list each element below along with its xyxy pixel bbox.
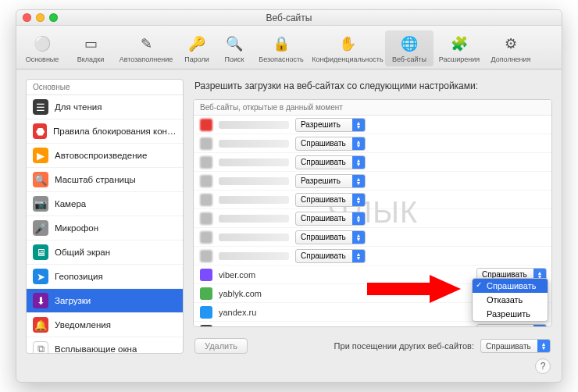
tab-autofill[interactable]: ✎ Автозаполнение — [115, 30, 177, 66]
tab-label: Веб-сайты — [392, 55, 426, 63]
sidebar-item-label: Загрузки — [55, 296, 91, 305]
sidebar-item-0[interactable]: ☰Для чтения — [27, 95, 183, 119]
tab-label: Пароли — [184, 55, 209, 63]
sidebar-item-9[interactable]: 🔔Уведомления — [27, 313, 183, 337]
table-row[interactable]: Спрашивать▲▼ — [194, 191, 551, 209]
site-favicon — [200, 119, 212, 131]
autofill-icon: ✎ — [136, 34, 156, 54]
permission-select[interactable]: Разрешить▲▼ — [295, 174, 366, 188]
tab-extensions[interactable]: 🧩 Расширения — [434, 30, 485, 66]
tab-label: Расширения — [439, 55, 480, 63]
tab-privacy[interactable]: ✋ Конфиденциальность — [310, 30, 385, 66]
sidebar-header: Основные — [27, 80, 183, 95]
sidebar-item-label: Общий экран — [55, 248, 110, 257]
tabs-icon: ▭ — [80, 34, 101, 54]
main-panel: Разрешить загрузки на веб-сайтах со след… — [193, 79, 552, 354]
sidebar-item-icon: ⬣ — [33, 123, 47, 139]
permission-select[interactable]: Спрашивать▲▼ — [295, 249, 366, 263]
site-domain: yandex.ru — [219, 308, 470, 317]
general-icon: ⚪ — [32, 34, 52, 54]
tab-label: Автозаполнение — [120, 55, 173, 63]
site-favicon — [200, 269, 212, 281]
tab-label: Вкладки — [77, 55, 105, 63]
tab-security[interactable]: 🔒 Безопасность — [252, 30, 310, 66]
permission-select[interactable]: Спрашивать▲▼ — [295, 193, 366, 207]
sidebar-item-label: Для чтения — [55, 102, 102, 112]
chevron-up-down-icon: ▲▼ — [352, 250, 365, 262]
permission-dropdown-menu[interactable]: СпрашиватьОтказатьРазрешить — [472, 278, 548, 322]
preferences-window: Веб-сайты ⚪ Основные ▭ Вкладки ✎ Автозап… — [16, 9, 562, 383]
sidebar-item-label: Правила блокирования контента — [53, 127, 177, 136]
tab-advanced[interactable]: ⚙ Дополнения — [485, 30, 537, 66]
permission-select[interactable]: Спрашивать▲▼ — [476, 324, 547, 327]
chevron-up-down-icon: ▲▼ — [533, 325, 546, 327]
sidebar-item-label: Всплывающие окна — [55, 344, 137, 354]
site-domain: viber.com — [219, 270, 470, 280]
sidebar: Основные ☰Для чтения⬣Правила блокировани… — [26, 79, 184, 354]
tab-search[interactable]: 🔍 Поиск — [216, 30, 252, 66]
sidebar-item-icon: 🎤 — [33, 220, 48, 236]
tab-passwords[interactable]: 🔑 Пароли — [177, 30, 216, 66]
menu-item[interactable]: Спрашивать — [473, 279, 548, 293]
tab-label: Конфиденциальность — [312, 55, 383, 63]
table-row[interactable]: Спрашивать▲▼ — [194, 153, 551, 172]
sidebar-item-icon: 🔍 — [33, 172, 48, 187]
tab-websites[interactable]: 🌐 Веб-сайты — [385, 30, 434, 66]
menu-item[interactable]: Разрешить — [473, 307, 548, 321]
site-domain — [219, 233, 289, 241]
table-row[interactable]: Разрешить▲▼ — [194, 172, 551, 191]
default-permission-select[interactable]: Спрашивать ▲▼ — [480, 339, 551, 353]
chevron-up-down-icon: ▲▼ — [352, 212, 365, 225]
table-row[interactable]: Спрашивать▲▼ — [194, 209, 551, 228]
sidebar-item-3[interactable]: 🔍Масштаб страницы — [27, 168, 183, 192]
globe-icon: 🌐 — [399, 34, 419, 54]
sidebar-item-icon: ☰ — [33, 99, 48, 115]
sidebar-item-6[interactable]: 🖥Общий экран — [27, 241, 183, 265]
sidebar-item-label: Автовоспроизведение — [55, 151, 147, 160]
titlebar: Веб-сайты — [16, 10, 562, 26]
menu-item[interactable]: Отказать — [473, 293, 548, 307]
tab-label: Основные — [26, 55, 59, 63]
sidebar-item-label: Геопозиция — [55, 272, 103, 281]
help-button[interactable]: ? — [535, 358, 551, 374]
tab-general[interactable]: ⚪ Основные — [18, 30, 66, 66]
site-favicon — [200, 287, 212, 300]
permission-select[interactable]: Разрешить▲▼ — [295, 118, 366, 132]
delete-button[interactable]: Удалить — [194, 338, 248, 354]
site-favicon — [200, 306, 212, 319]
table-row[interactable]: Спрашивать▲▼ — [194, 247, 551, 265]
table-row[interactable]: Спрашивать▲▼ — [194, 228, 551, 247]
sidebar-item-icon: ⧉ — [33, 341, 48, 354]
tab-label: Безопасность — [259, 55, 303, 63]
site-domain — [219, 252, 289, 260]
permission-select[interactable]: Спрашивать▲▼ — [295, 137, 366, 151]
site-domain: zen.yandex.ru — [219, 326, 470, 327]
table-row[interactable]: Спрашивать▲▼ — [194, 134, 551, 153]
window-title: Веб-сайты — [16, 12, 562, 23]
extensions-icon: 🧩 — [449, 34, 469, 54]
table-row[interactable]: Разрешить▲▼ — [194, 116, 551, 134]
site-favicon — [200, 212, 212, 225]
permission-select[interactable]: Спрашивать▲▼ — [295, 230, 366, 244]
permission-select[interactable]: Спрашивать▲▼ — [295, 155, 366, 169]
list-header: Веб-сайты, открытые в данный момент — [194, 100, 551, 116]
sidebar-item-10[interactable]: ⧉Всплывающие окна — [27, 337, 183, 354]
sidebar-item-2[interactable]: ▶Автовоспроизведение — [27, 144, 183, 168]
websites-list: Веб-сайты, открытые в данный момент ЯЛЫК… — [193, 99, 552, 327]
site-domain — [219, 159, 289, 166]
tab-tabs[interactable]: ▭ Вкладки — [66, 30, 115, 66]
site-favicon — [200, 231, 212, 244]
site-favicon — [200, 250, 212, 262]
permission-select[interactable]: Спрашивать▲▼ — [295, 212, 366, 226]
site-domain — [219, 121, 289, 129]
table-row[interactable]: zen.yandex.ruСпрашивать▲▼ — [194, 322, 551, 326]
sidebar-item-8[interactable]: ⬇Загрузки — [27, 289, 183, 313]
sidebar-item-label: Уведомления — [55, 320, 111, 330]
sidebar-item-1[interactable]: ⬣Правила блокирования контента — [27, 119, 183, 144]
sidebar-item-7[interactable]: ➤Геопозиция — [27, 265, 183, 289]
sidebar-item-icon: 🖥 — [33, 244, 48, 260]
site-domain — [219, 177, 289, 185]
sidebar-item-4[interactable]: 📷Камера — [27, 192, 183, 216]
chevron-up-down-icon: ▲▼ — [352, 119, 365, 131]
sidebar-item-5[interactable]: 🎤Микрофон — [27, 216, 183, 241]
